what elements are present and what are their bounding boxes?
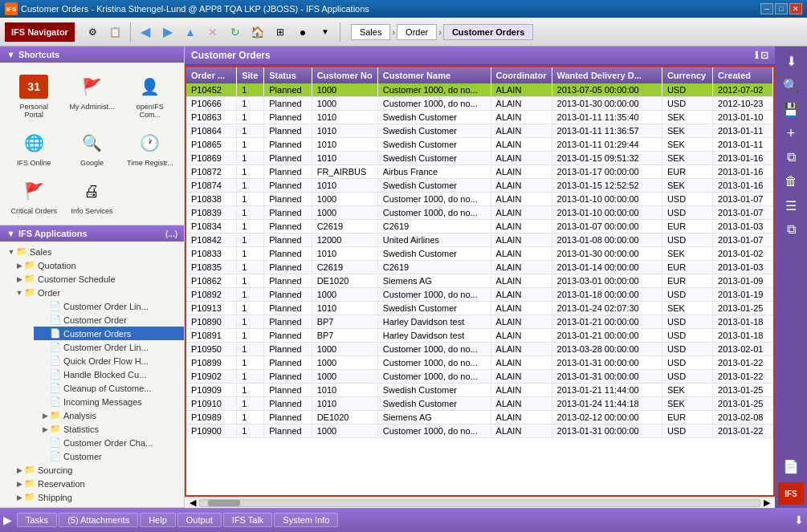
sidebar-item-reservation[interactable]: ▶ 📁 Reservation (11, 477, 184, 490)
sidebar-item-customer-schedule[interactable]: ▶ 📁 Customer Schedule (11, 272, 184, 286)
shortcut-ifs-online[interactable]: 🌐 IFS Online (6, 125, 61, 170)
sidebar-item-quotation[interactable]: ▶ 📁 Quotation (11, 258, 184, 272)
table-row[interactable]: P108901PlannedBP7Harley Davidson testALA… (186, 315, 773, 329)
table-row[interactable]: P108911PlannedBP7Harley Davidson testALA… (186, 329, 773, 343)
tab-attachments[interactable]: (5) Attachments (59, 513, 138, 527)
tab-output[interactable]: Output (177, 513, 222, 527)
close-button[interactable]: ✕ (789, 3, 802, 14)
table-row[interactable]: P109091Planned1010Swedish CustomerALAIN2… (186, 384, 773, 397)
save-button[interactable]: 💾 (778, 98, 804, 120)
table-row[interactable]: P108921Planned1000Customer 1000, do no..… (186, 288, 773, 302)
customer-orders-table[interactable]: Order ... Site Status Customer No Custom… (185, 66, 775, 497)
shortcut-time-registr[interactable]: 🕐 Time Registr... (123, 125, 177, 170)
tab-tasks[interactable]: Tasks (17, 513, 57, 527)
col-header-currency[interactable]: Currency (662, 67, 712, 83)
table-row[interactable]: P108421Planned12000United AirlinesALAIN2… (186, 234, 773, 247)
panel-info-icon[interactable]: ℹ (755, 50, 759, 61)
table-row[interactable]: P108381Planned1000Customer 1000, do no..… (186, 193, 773, 206)
nav-pill-sales[interactable]: Sales (351, 24, 391, 40)
shortcut-critical-orders[interactable]: 🚩 Critical Orders (6, 173, 61, 218)
back-button[interactable]: ◀ (135, 22, 156, 42)
forward-button[interactable]: ▶ (157, 22, 178, 42)
table-row[interactable]: P109001Planned1000Customer 1000, do no..… (186, 424, 773, 438)
table-row[interactable]: P108331Planned1010Swedish CustomerALAIN2… (186, 247, 773, 261)
delete-button[interactable]: ✕ (202, 22, 223, 42)
table-row[interactable]: P108391Planned1000Customer 1000, do no..… (186, 206, 773, 220)
bottom-play-icon[interactable]: ▶ (3, 514, 12, 526)
table-row[interactable]: P108721PlannedFR_AIRBUSAirbus FranceALAI… (186, 165, 773, 179)
bookmark-button[interactable]: 📋 (105, 22, 126, 42)
dot-button[interactable]: ● (292, 22, 313, 42)
shortcuts-toggle[interactable]: ▼ (6, 50, 15, 59)
table-row[interactable]: P108351PlannedC2619C2619ALAIN2013-01-14 … (186, 261, 773, 274)
window-button[interactable]: ⧉ (778, 218, 804, 241)
tab-system-info[interactable]: System Info (274, 513, 338, 527)
minimize-button[interactable]: ─ (760, 3, 773, 14)
sidebar-item-shipping[interactable]: ▶ 📁 Shipping (11, 490, 184, 504)
sidebar-item-sourcing[interactable]: ▶ 📁 Sourcing (11, 463, 184, 477)
dropdown-button[interactable]: ▼ (315, 22, 336, 42)
table-row[interactable]: P108691Planned1010Swedish CustomerALAIN2… (186, 152, 773, 165)
scrollbar-thumb[interactable] (208, 500, 240, 506)
shortcut-openifs[interactable]: 👤 openIFS Com... (123, 69, 177, 122)
col-header-custname[interactable]: Customer Name (377, 67, 491, 83)
shortcuts-header[interactable]: ▼ Shortcuts (0, 47, 184, 63)
table-row[interactable]: P109131Planned1010Swedish CustomerALAIN2… (186, 302, 773, 315)
sidebar-item-order[interactable]: ▼ 📁 Order (11, 286, 184, 299)
sidebar-item-customer-order-cha[interactable]: 📄 Customer Order Cha... (34, 436, 184, 449)
search-button[interactable]: 🔍 (778, 74, 804, 96)
shortcut-my-admin[interactable]: 🚩 My Administ... (64, 69, 119, 122)
table-row[interactable]: P106661Planned1000Customer 1000, do no..… (186, 97, 773, 111)
table-row[interactable]: P109021Planned1000Customer 1000, do no..… (186, 370, 773, 384)
sidebar-item-customer-order-line-1[interactable]: 📄 Customer Order Lin... (34, 299, 184, 313)
table-row[interactable]: P109891PlannedDE1020Siemens AGALAIN2013-… (186, 411, 773, 424)
table-row[interactable]: P108631Planned1010Swedish CustomerALAIN2… (186, 111, 773, 124)
col-header-coordinator[interactable]: Coordinator (491, 67, 552, 83)
table-row[interactable]: P108991Planned1000Customer 1000, do no..… (186, 356, 773, 370)
sidebar-item-quick-order[interactable]: 📄 Quick Order Flow H... (34, 354, 184, 368)
tab-help[interactable]: Help (140, 513, 176, 527)
table-scrollbar[interactable]: ◀ ▶ (185, 497, 775, 508)
document-button[interactable]: 📄 (778, 455, 804, 477)
ifs-applications-header[interactable]: ▼ IFS Applications (...) (0, 225, 184, 242)
col-header-status[interactable]: Status (264, 67, 312, 83)
col-header-created[interactable]: Created (713, 67, 773, 83)
sidebar-item-cleanup[interactable]: 📄 Cleanup of Custome... (34, 381, 184, 395)
col-header-delivery[interactable]: Wanted Delivery D... (552, 67, 662, 83)
table-row[interactable]: P109101Planned1010Swedish CustomerALAIN2… (186, 397, 773, 411)
table-row[interactable]: P104521Planned1000Customer 1000, do no..… (186, 83, 773, 97)
shortcut-info-services[interactable]: 🖨 Info Services (64, 173, 119, 218)
delete-toolbar-button[interactable]: 🗑 (778, 170, 804, 193)
sidebar-item-customer-order-line-2[interactable]: 📄 Customer Order Lin... (34, 340, 184, 354)
up-button[interactable]: ▲ (180, 22, 201, 42)
settings-button[interactable]: ⚙ (83, 22, 104, 42)
sidebar-item-statistics[interactable]: ▶ 📁 Statistics (34, 422, 184, 436)
shortcut-personal-portal[interactable]: 31 Personal Portal (6, 69, 61, 122)
copy-button[interactable]: ⧉ (778, 146, 804, 169)
table-row[interactable]: P108641Planned1010Swedish CustomerALAIN2… (186, 124, 773, 138)
scrollbar-track[interactable] (199, 499, 760, 507)
nav-pill-order[interactable]: Order (397, 24, 437, 40)
scroll-right-btn[interactable]: ▶ (760, 497, 773, 508)
sidebar-item-incoming-messages[interactable]: 📄 Incoming Messages (34, 395, 184, 408)
list-button[interactable]: ☰ (778, 194, 804, 217)
table-row[interactable]: P108621PlannedDE1020Siemens AGALAIN2013-… (186, 274, 773, 288)
grid-button[interactable]: ⊞ (270, 22, 291, 42)
maximize-button[interactable]: □ (775, 3, 788, 14)
table-row[interactable]: P108341PlannedC2619C2619ALAIN2013-01-07 … (186, 220, 773, 234)
scroll-left-btn[interactable]: ◀ (186, 497, 199, 508)
sidebar-item-customer[interactable]: 📄 Customer (34, 449, 184, 463)
sidebar-item-handle-blocked[interactable]: 📄 Handle Blocked Cu... (34, 368, 184, 381)
add-button[interactable]: + (778, 122, 804, 144)
sidebar-item-customer-order[interactable]: 📄 Customer Order (34, 313, 184, 327)
panel-settings-icon[interactable]: ⊡ (760, 50, 768, 61)
home-button[interactable]: 🏠 (247, 22, 268, 42)
tab-ifs-talk[interactable]: IFS Talk (223, 513, 273, 527)
table-row[interactable]: P108741Planned1010Swedish CustomerALAIN2… (186, 179, 773, 193)
bottom-arrow-icon[interactable]: ⬇ (794, 514, 804, 526)
sidebar-item-customer-orders[interactable]: 📄 Customer Orders (34, 327, 184, 340)
table-row[interactable]: P108651Planned1010Swedish CustomerALAIN2… (186, 138, 773, 152)
col-header-order[interactable]: Order ... (186, 67, 237, 83)
table-row[interactable]: P109501Planned1000Customer 1000, do no..… (186, 343, 773, 356)
col-header-custno[interactable]: Customer No (312, 67, 377, 83)
